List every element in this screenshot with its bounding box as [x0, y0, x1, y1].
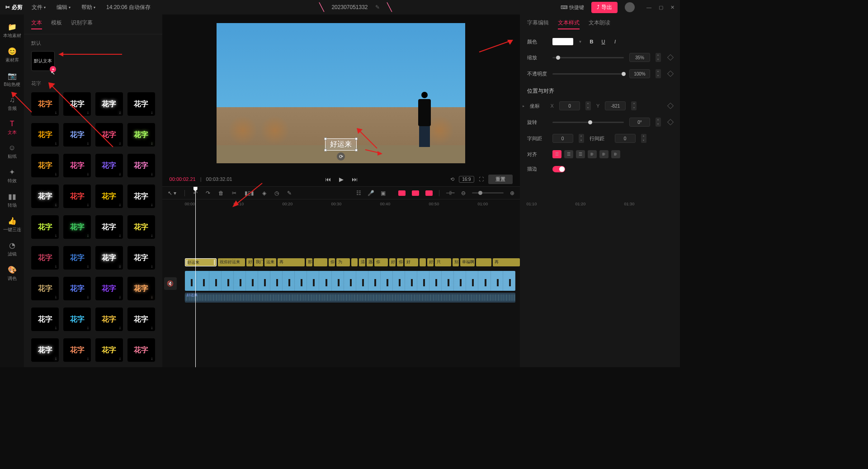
fancy-style-11[interactable]: 花字↓: [127, 154, 155, 177]
menu-edit[interactable]: 编辑▾: [57, 4, 71, 11]
sidebar-item-1[interactable]: 😊素材库: [1, 43, 23, 67]
fancy-style-34[interactable]: 花字↓: [95, 338, 123, 362]
subtitle-track[interactable]: 好运来祝你好运来好我门运来再那喜来你一为清愿祖国你好你幸福好好运常只别喜好幸福啊…: [180, 258, 520, 268]
video-preview[interactable]: 好运来 ⟳: [217, 23, 465, 163]
video-track[interactable]: [185, 271, 515, 291]
download-icon[interactable]: ↓: [55, 264, 57, 269]
fancy-style-23[interactable]: 花字↓: [127, 246, 155, 270]
cut-icon[interactable]: ✂: [232, 190, 236, 196]
sidebar-item-3[interactable]: ♫音频: [1, 92, 23, 115]
download-icon[interactable]: ↓: [55, 202, 57, 207]
bold-button[interactable]: B: [588, 38, 596, 46]
subtitle-clip[interactable]: 好: [389, 258, 396, 266]
fancy-style-16[interactable]: 花字↓: [31, 215, 59, 239]
tab-text[interactable]: 文本: [31, 19, 42, 29]
subtitle-clip[interactable]: [351, 258, 358, 266]
subtitle-clip[interactable]: 别喜好: [453, 258, 459, 266]
align-vmid[interactable]: ⊪: [599, 150, 609, 158]
crop-icon[interactable]: ◈: [262, 190, 266, 196]
export-button[interactable]: ⤴ 导出: [591, 2, 618, 13]
fancy-style-17[interactable]: 花字↓: [63, 215, 91, 239]
align-left[interactable]: ☰: [552, 150, 561, 158]
download-icon[interactable]: ↓: [55, 356, 57, 361]
subtitle-clip[interactable]: [314, 258, 327, 266]
rtab-read[interactable]: 文本朗读: [589, 19, 610, 29]
italic-button[interactable]: I: [611, 38, 619, 46]
menu-help[interactable]: 帮助▾: [81, 4, 95, 11]
x-value[interactable]: 0: [559, 101, 580, 110]
download-icon[interactable]: ↓: [87, 110, 89, 115]
fancy-style-20[interactable]: 花字↓: [31, 246, 59, 270]
line-value[interactable]: 0: [615, 134, 636, 143]
subtitle-clip[interactable]: 为: [336, 258, 350, 266]
subtitle-clip[interactable]: 我门: [254, 258, 263, 266]
align-vtop[interactable]: ⊪: [588, 150, 597, 158]
tab-recognize[interactable]: 识别字幕: [71, 19, 93, 29]
fancy-style-33[interactable]: 花字↓: [63, 338, 91, 362]
download-icon[interactable]: ↓: [55, 110, 57, 115]
fancy-style-21[interactable]: 花字↓: [63, 246, 91, 270]
subtitle-clip[interactable]: 愿祖国: [367, 258, 373, 266]
sidebar-item-9[interactable]: ◔滤镜: [1, 237, 23, 261]
download-icon[interactable]: ↓: [119, 264, 121, 269]
track-mode-2[interactable]: [412, 190, 419, 196]
fancy-style-26[interactable]: 花字↓: [95, 277, 123, 300]
fancy-style-1[interactable]: 花字↓: [63, 92, 91, 116]
zoom-out-icon[interactable]: ⊖: [461, 190, 466, 196]
download-icon[interactable]: ↓: [55, 171, 57, 176]
align-right[interactable]: ☰: [576, 150, 585, 158]
download-icon[interactable]: ↓: [119, 171, 121, 176]
playhead[interactable]: [195, 187, 196, 367]
opacity-slider[interactable]: [552, 73, 624, 75]
subtitle-clip[interactable]: 幸福啊: [460, 258, 475, 266]
sidebar-item-7[interactable]: ▮▮转场: [1, 189, 23, 212]
download-icon[interactable]: ↓: [119, 233, 121, 238]
caption-icon[interactable]: ☷: [356, 190, 361, 196]
download-icon[interactable]: ↓: [119, 325, 121, 330]
fancy-style-25[interactable]: 花字↓: [63, 277, 91, 300]
download-icon[interactable]: ↓: [55, 325, 57, 330]
align-vbot[interactable]: ⊪: [611, 150, 620, 158]
subtitle-clip[interactable]: 好: [246, 258, 253, 266]
prev-frame-icon[interactable]: ⏮: [325, 176, 331, 183]
fancy-style-35[interactable]: 花字↓: [127, 338, 155, 362]
fancy-style-18[interactable]: 花字↓: [95, 215, 123, 239]
subtitle-clip[interactable]: 只: [435, 258, 451, 266]
subtitle-clip[interactable]: 清: [359, 258, 365, 266]
redo-icon[interactable]: ↷: [206, 190, 210, 196]
select-tool-icon[interactable]: ↖ ▾: [168, 190, 176, 196]
rtab-edit[interactable]: 字幕编辑: [527, 19, 549, 29]
keyframe-icon[interactable]: [667, 103, 674, 109]
track-mode-1[interactable]: [398, 190, 406, 196]
rotate-slider[interactable]: [552, 122, 624, 123]
keyframe-icon[interactable]: [667, 71, 674, 77]
tab-template[interactable]: 模板: [51, 19, 62, 29]
subtitle-clip[interactable]: 你: [374, 258, 388, 266]
subtitle-clip[interactable]: 再: [493, 258, 520, 266]
fancy-style-24[interactable]: 花字↓: [31, 277, 59, 300]
time-ruler[interactable]: 00:0000:1000:2000:3000:4000:5001:0001:10…: [162, 199, 520, 208]
line-spinner[interactable]: ▴▾: [641, 134, 646, 143]
aspect-ratio[interactable]: 16:9: [459, 176, 474, 183]
fancy-style-30[interactable]: 花字↓: [95, 308, 123, 331]
fullscreen-icon[interactable]: ⛶: [479, 176, 484, 182]
download-icon[interactable]: ↓: [87, 264, 89, 269]
download-icon[interactable]: ↓: [87, 171, 89, 176]
download-icon[interactable]: ↓: [55, 141, 57, 146]
subtitle-clip[interactable]: [420, 258, 426, 266]
fancy-style-6[interactable]: 花字↓: [95, 123, 123, 147]
default-text-item[interactable]: 默认文本 + ↖: [31, 51, 55, 71]
download-icon[interactable]: ↓: [151, 110, 153, 115]
shortcuts-button[interactable]: ⌨ 快捷键: [561, 4, 584, 11]
user-avatar[interactable]: [625, 2, 635, 12]
align-center[interactable]: ☰: [564, 150, 573, 158]
sidebar-item-2[interactable]: 📷B站热梗: [1, 68, 23, 91]
spacing-spinner[interactable]: ▴▾: [579, 134, 584, 143]
split-icon[interactable]: ▮▯▮: [245, 190, 254, 196]
play-icon[interactable]: ▶: [339, 176, 344, 183]
reset-button[interactable]: 重置: [488, 175, 513, 184]
sidebar-item-5[interactable]: ☺贴纸: [1, 140, 23, 163]
download-icon[interactable]: ↓: [87, 325, 89, 330]
subtitle-clip[interactable]: 好运常: [427, 258, 434, 266]
download-icon[interactable]: ↓: [151, 294, 153, 299]
